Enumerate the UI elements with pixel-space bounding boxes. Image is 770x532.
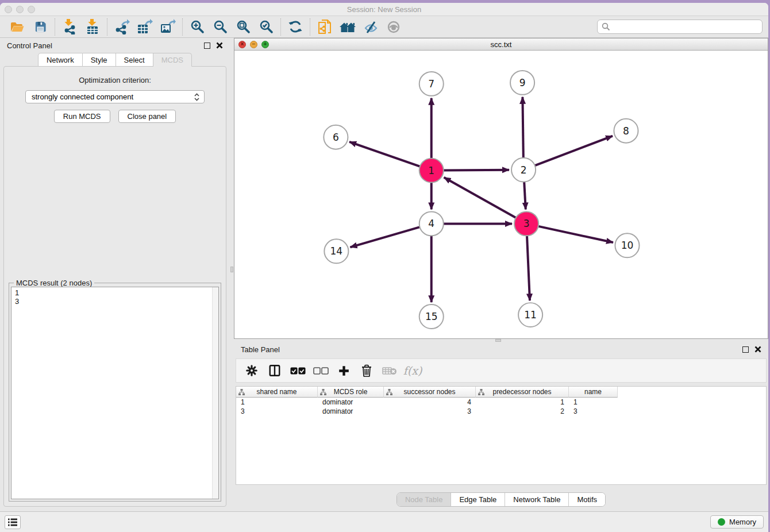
graph-node-14[interactable]: 14 <box>324 239 348 263</box>
graph-node-11[interactable]: 11 <box>518 303 542 327</box>
show-all-button[interactable] <box>382 18 405 36</box>
graph-edge-1-2[interactable] <box>442 170 509 171</box>
tab-mcds[interactable]: MCDS <box>153 53 192 67</box>
table-cell[interactable]: 3 <box>569 407 618 415</box>
mcds-tab-content: Optimization criterion: strongly connect… <box>3 66 226 507</box>
table-cell[interactable]: 3 <box>236 407 318 415</box>
close-table-panel-icon[interactable] <box>754 346 761 353</box>
svg-text:4: 4 <box>428 218 434 229</box>
search-field[interactable] <box>597 20 763 34</box>
import-network-button[interactable] <box>58 18 81 36</box>
network-graph[interactable]: 7968124314101511 <box>234 51 768 338</box>
delete-table-button[interactable] <box>381 362 398 379</box>
graph-edge-2-9[interactable] <box>522 97 523 159</box>
graph-edge-3-10[interactable] <box>537 226 613 242</box>
column-header-mcds-role[interactable]: MCDS role <box>318 387 384 398</box>
vertical-splitter[interactable] <box>230 38 234 511</box>
clone-network-button[interactable] <box>313 18 336 36</box>
minimize-window-button[interactable] <box>16 6 24 13</box>
export-network-button[interactable] <box>110 18 133 36</box>
graph-edge-1-6[interactable] <box>349 142 421 167</box>
graph-node-4[interactable]: 4 <box>419 211 444 236</box>
horizontal-splitter[interactable] <box>234 339 768 342</box>
tab-select[interactable]: Select <box>116 53 153 67</box>
graph-node-8[interactable]: 8 <box>614 119 638 143</box>
export-image-button[interactable] <box>156 18 179 36</box>
select-all-columns-button[interactable] <box>289 362 306 379</box>
add-column-button[interactable] <box>335 362 352 379</box>
delete-column-button[interactable] <box>358 362 375 379</box>
network-minimize-button[interactable]: − <box>250 41 257 48</box>
function-builder-button[interactable]: f(x) <box>404 362 421 379</box>
table-cell[interactable]: 4 <box>384 398 476 406</box>
graph-edge-4-14[interactable] <box>350 227 421 248</box>
graph-node-1[interactable]: 1 <box>419 159 444 183</box>
zoom-in-button[interactable] <box>186 18 209 36</box>
network-maximize-button[interactable]: + <box>261 41 269 48</box>
zoom-out-button[interactable] <box>209 18 232 36</box>
tab-motifs[interactable]: Motifs <box>568 493 605 506</box>
splitter-grip[interactable] <box>495 339 501 342</box>
tab-network[interactable]: Network <box>38 53 83 67</box>
float-panel-icon[interactable] <box>204 43 210 49</box>
network-close-button[interactable]: × <box>238 41 246 48</box>
deselect-all-columns-button[interactable] <box>312 362 329 379</box>
refresh-view-button[interactable] <box>284 18 307 36</box>
table-row[interactable]: 1dominator411 <box>236 398 766 407</box>
float-table-panel-icon[interactable] <box>742 346 749 353</box>
graph-node-7[interactable]: 7 <box>419 72 444 96</box>
network-canvas[interactable]: 7968124314101511 <box>234 51 768 338</box>
table-cell[interactable]: 1 <box>569 398 618 406</box>
column-header-name[interactable]: name <box>569 387 618 398</box>
column-header-successor-nodes[interactable]: successor nodes <box>384 387 476 398</box>
graph-node-2[interactable]: 2 <box>511 158 536 182</box>
close-panel-button[interactable]: Close panel <box>118 110 176 123</box>
column-tree-icon <box>386 389 392 395</box>
tab-edge-table[interactable]: Edge Table <box>451 493 505 506</box>
zoom-fit-button[interactable] <box>232 18 255 36</box>
run-mcds-button[interactable]: Run MCDS <box>54 110 110 123</box>
tab-network-table[interactable]: Network Table <box>505 493 568 506</box>
mcds-result-text[interactable]: 1 3 <box>11 287 219 499</box>
memory-button[interactable]: Memory <box>710 515 764 529</box>
zoom-selected-button[interactable] <box>255 18 278 36</box>
table-cell[interactable]: dominator <box>318 398 384 406</box>
search-input[interactable] <box>610 22 758 31</box>
graph-node-10[interactable]: 10 <box>615 233 639 257</box>
table-cell[interactable]: 3 <box>384 407 476 415</box>
maximize-window-button[interactable] <box>28 6 35 13</box>
table-cell[interactable]: 1 <box>236 398 318 406</box>
import-table-button[interactable] <box>81 18 104 36</box>
graph-node-9[interactable]: 9 <box>510 71 534 95</box>
graph-edge-2-3[interactable] <box>524 181 526 210</box>
splitter-grip[interactable] <box>230 267 233 272</box>
table-row[interactable]: 3dominator323 <box>236 407 766 416</box>
result-scrollbar[interactable] <box>212 287 218 499</box>
hide-selected-button[interactable] <box>359 18 382 36</box>
graph-edge-3-11[interactable] <box>527 234 530 300</box>
table-cell[interactable]: 2 <box>476 407 569 415</box>
graph-node-3[interactable]: 3 <box>514 211 538 236</box>
graph-node-6[interactable]: 6 <box>324 125 348 149</box>
export-table-button[interactable] <box>133 18 156 36</box>
save-session-button[interactable] <box>29 18 52 36</box>
table-header-row: shared nameMCDS rolesuccessor nodesprede… <box>236 387 766 398</box>
tab-node-table[interactable]: Node Table <box>397 493 451 506</box>
show-columns-button[interactable] <box>266 362 283 379</box>
table-cell[interactable]: 1 <box>476 398 569 406</box>
tab-style[interactable]: Style <box>83 53 116 67</box>
graph-node-15[interactable]: 15 <box>419 304 444 329</box>
graph-edge-3-1[interactable] <box>444 178 517 218</box>
open-session-button[interactable] <box>6 18 29 36</box>
graph-edge-2-8[interactable] <box>534 136 613 166</box>
task-history-button[interactable] <box>5 515 21 529</box>
table-settings-button[interactable] <box>243 362 260 379</box>
zoom-selected-icon <box>259 20 274 34</box>
first-neighbors-button[interactable] <box>336 18 359 36</box>
column-header-shared-name[interactable]: shared name <box>236 387 318 398</box>
table-cell[interactable]: dominator <box>318 407 384 415</box>
close-panel-icon[interactable] <box>216 42 223 49</box>
column-header-predecessor-nodes[interactable]: predecessor nodes <box>476 387 569 398</box>
criterion-select[interactable]: strongly connected component <box>25 90 205 103</box>
close-window-button[interactable] <box>5 6 12 13</box>
